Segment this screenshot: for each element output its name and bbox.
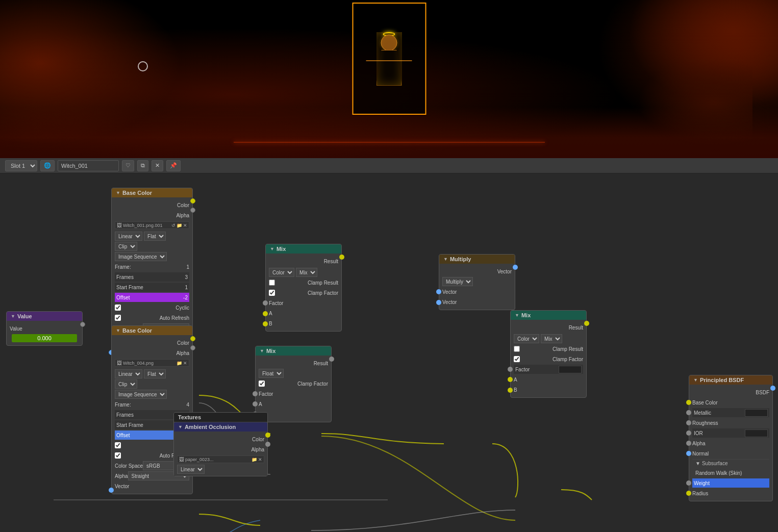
bc2-ext1[interactable]: Flat: [144, 369, 166, 378]
value-output-socket[interactable]: [80, 322, 85, 327]
bc2-vector-socket[interactable]: [109, 488, 114, 493]
bc1-offset-row[interactable]: Offset -2: [115, 293, 189, 302]
mix3-mode[interactable]: Mix: [541, 334, 562, 343]
heart-btn[interactable]: ♡: [122, 160, 134, 171]
multiply-collapse[interactable]: ▼: [443, 257, 448, 262]
material-name-input[interactable]: [58, 160, 119, 171]
base-color-2-header[interactable]: ▼ Base Color: [112, 326, 192, 335]
bc1-extension1[interactable]: Flat: [144, 232, 166, 241]
ao-interpolation[interactable]: Linear: [177, 465, 205, 474]
mix2-clamp-factor-check[interactable]: [259, 381, 265, 387]
subsurface-header[interactable]: ▼ Subsurface: [692, 459, 769, 467]
textures-header[interactable]: Textures: [174, 413, 267, 422]
bc1-browse-btn[interactable]: 📁: [177, 223, 182, 228]
bsdf-roughness-socket[interactable]: [686, 420, 691, 425]
mix3-clamp-result-check[interactable]: [514, 346, 520, 352]
ao-x-btn[interactable]: ✕: [258, 457, 262, 462]
mix1-clamp-result-check[interactable]: [269, 280, 275, 286]
bc1-file-select[interactable]: 🖼 Witch_001.png.001 ↺ 📁 ✕: [115, 221, 189, 229]
multiply-v1-socket[interactable]: [436, 289, 441, 294]
pin-btn[interactable]: 📌: [166, 160, 181, 171]
mix3-collapse[interactable]: ▼: [515, 313, 519, 318]
bsdf-output-socket[interactable]: [770, 386, 775, 391]
3d-viewport[interactable]: [0, 0, 778, 158]
bc2-cyclic-check[interactable]: [115, 442, 121, 448]
bsdf-metallic-row[interactable]: Metallic 0.000: [692, 408, 769, 417]
bc1-color-output[interactable]: [190, 198, 195, 204]
mix3-clamp-factor-check[interactable]: [514, 356, 520, 362]
mix2-header[interactable]: ▼ Mix: [256, 346, 331, 356]
multiply-v2-socket[interactable]: [436, 300, 441, 305]
bsdf-metallic-input[interactable]: 0.000: [745, 409, 768, 417]
value-display[interactable]: 0.000: [12, 334, 77, 342]
multiply-mode[interactable]: Multiply: [442, 277, 473, 286]
mix2-result-socket[interactable]: [329, 357, 334, 362]
mix1-collapse[interactable]: ▼: [270, 246, 274, 251]
copy-btn[interactable]: ⧉: [137, 160, 148, 171]
mix1-header[interactable]: ▼ Mix: [266, 244, 341, 254]
mix1-factor-socket[interactable]: [263, 300, 268, 306]
mix3-factor-input[interactable]: 0.147: [559, 366, 582, 373]
mix1-a-socket[interactable]: [263, 311, 268, 316]
mix3-factor-socket[interactable]: [508, 367, 513, 372]
mix1-b-socket[interactable]: [263, 321, 268, 326]
mix2-a-socket[interactable]: [253, 401, 258, 407]
bsdf-ior-socket[interactable]: [686, 430, 691, 436]
mix3-header[interactable]: ▼ Mix: [511, 311, 586, 320]
bc1-extension2[interactable]: Clip: [115, 242, 137, 251]
bsdf-ior-row[interactable]: IOR 1.450: [692, 428, 769, 438]
bc1-alpha-output[interactable]: [190, 208, 195, 213]
ao-header[interactable]: ▼ Ambient Occlusion: [174, 422, 267, 432]
mix1-type[interactable]: Color: [269, 268, 294, 277]
multiply-vector-output[interactable]: [513, 265, 518, 270]
mix3-factor-row[interactable]: Factor 0.147: [514, 365, 583, 374]
ao-browse-btn[interactable]: 📁: [252, 457, 257, 462]
mix1-mode[interactable]: Mix: [296, 268, 317, 277]
subsurface-collapse[interactable]: ▼: [695, 461, 700, 466]
bc2-source[interactable]: Image Sequence: [115, 390, 167, 399]
bsdf-weight-row[interactable]: Weight 1.000: [692, 478, 769, 488]
bsdf-metallic-socket[interactable]: [686, 410, 691, 415]
base-color-1-header[interactable]: ▼ Base Color: [112, 188, 192, 197]
ao-file-select[interactable]: 🖼 paper_0023... 📁 ✕: [177, 455, 264, 463]
mix3-result-socket[interactable]: [584, 321, 589, 326]
mix2-collapse[interactable]: ▼: [260, 348, 264, 353]
mix1-clamp-factor-check[interactable]: [269, 290, 275, 296]
bsdf-header[interactable]: ▼ Principled BSDF: [689, 375, 772, 385]
bc2-file-select[interactable]: 🖼 Witch_004.png 📁 ✕: [115, 359, 189, 367]
bsdf-alpha-socket[interactable]: [686, 441, 691, 446]
bsdf-weight-socket[interactable]: [686, 480, 691, 486]
bsdf-radius-socket[interactable]: [686, 491, 691, 496]
multiply-header[interactable]: ▼ Multiply: [439, 255, 515, 264]
bc1-source[interactable]: Image Sequence: [115, 252, 167, 261]
ao-alpha-socket[interactable]: [265, 442, 270, 447]
mix3-b-socket[interactable]: [508, 388, 513, 393]
ao-color-socket[interactable]: [265, 433, 270, 438]
bsdf-normal-socket[interactable]: [686, 451, 691, 456]
bc2-interpolation[interactable]: Linear: [115, 369, 142, 378]
mix2-factor-socket[interactable]: [253, 391, 258, 396]
bsdf-base-color-socket[interactable]: [686, 400, 691, 405]
bsdf-ior-input[interactable]: 1.450: [745, 429, 768, 437]
mix2-type[interactable]: Float: [259, 369, 284, 378]
ao-collapse[interactable]: ▼: [178, 424, 183, 429]
bc2-collapse[interactable]: ▼: [116, 328, 120, 333]
bsdf-collapse[interactable]: ▼: [693, 377, 698, 383]
value-collapse-arrow[interactable]: ▼: [11, 314, 15, 319]
close-btn[interactable]: ✕: [152, 160, 163, 171]
mix3-a-socket[interactable]: [508, 377, 513, 382]
bc1-interpolation[interactable]: Linear: [115, 232, 142, 241]
bsdf-weight-input[interactable]: 1.000: [745, 480, 768, 487]
bc1-cyclic-check[interactable]: [115, 305, 121, 311]
bc2-alpha-output[interactable]: [190, 345, 195, 350]
bc2-ext2[interactable]: Clip: [115, 379, 137, 389]
bc2-x-btn[interactable]: ✕: [183, 361, 187, 366]
bc1-autorefresh-check[interactable]: [115, 315, 121, 321]
bc2-color-output[interactable]: [190, 336, 195, 341]
bc1-x-btn[interactable]: ✕: [183, 223, 187, 228]
value-node-header[interactable]: ▼ Value: [7, 312, 82, 321]
slot-select[interactable]: Slot 1: [5, 160, 37, 171]
bc2-browse-btn[interactable]: 📁: [177, 361, 182, 366]
mix3-type[interactable]: Color: [514, 334, 539, 343]
mix1-result-socket[interactable]: [339, 255, 344, 260]
